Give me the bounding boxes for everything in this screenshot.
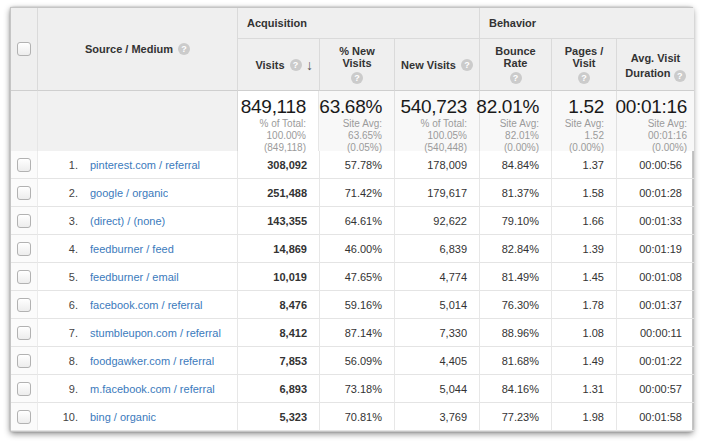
summary-avg-visit-duration-value: 00:01:16: [615, 96, 687, 118]
summary-new-visits-subtext: % of Total: 100.05% (540,448): [420, 118, 467, 154]
summary-bounce-rate: 82.01% Site Avg: 82.01% (0.00%): [479, 91, 551, 151]
row-checkbox[interactable]: [17, 326, 31, 340]
column-header-source-medium[interactable]: Source / Medium ?: [37, 8, 237, 91]
bounce-rate-value: 84.16%: [479, 375, 551, 403]
summary-bounce-rate-subtext: Site Avg: 82.01% (0.00%): [500, 118, 539, 154]
summary-select-cell: [11, 91, 37, 151]
source-medium-link[interactable]: foodgawker.com / referral: [90, 355, 214, 367]
pct-new-visits-value: 57.78%: [319, 151, 394, 179]
summary-pages-per-visit-value: 1.52: [568, 96, 604, 118]
pct-new-visits-value: 64.61%: [319, 207, 394, 235]
help-icon[interactable]: ?: [674, 70, 686, 82]
summary-bounce-rate-value: 82.01%: [476, 96, 539, 118]
visits-value: 308,092: [237, 151, 319, 179]
bounce-rate-value: 88.96%: [479, 319, 551, 347]
row-select-cell: [11, 375, 37, 403]
column-header-new-visits[interactable]: New Visits ?: [394, 38, 479, 91]
visits-value: 8,476: [237, 291, 319, 319]
row-select-cell: [11, 179, 37, 207]
row-checkbox[interactable]: [17, 382, 31, 396]
help-icon[interactable]: ?: [290, 59, 302, 71]
source-medium-cell: 5. feedburner / email: [37, 263, 237, 291]
visits-value: 14,869: [237, 235, 319, 263]
pages-per-visit-value: 1.39: [551, 235, 616, 263]
column-header-visits[interactable]: Visits ? ↓: [237, 38, 319, 91]
source-medium-label: Source / Medium: [85, 43, 173, 55]
summary-pct-new-visits-value: 63.68%: [319, 96, 382, 118]
source-medium-link[interactable]: google / organic: [90, 187, 168, 199]
avg-visit-duration-value: 00:00:56: [616, 151, 694, 179]
summary-pages-per-visit: 1.52 Site Avg: 1.52 (0.00%): [551, 91, 616, 151]
data-table-grid: Source / Medium ? Acquisition Behavior V…: [10, 7, 693, 432]
source-medium-link[interactable]: feedburner / email: [90, 271, 179, 283]
help-icon[interactable]: ?: [510, 72, 522, 84]
visits-value: 6,893: [237, 375, 319, 403]
source-medium-cell: 4. feedburner / feed: [37, 235, 237, 263]
row-checkbox[interactable]: [17, 354, 31, 368]
bounce-rate-label: Bounce Rate: [484, 45, 547, 69]
column-header-bounce-rate[interactable]: Bounce Rate ?: [479, 38, 551, 91]
bounce-rate-value: 77.23%: [479, 403, 551, 431]
row-checkbox[interactable]: [17, 158, 31, 172]
bounce-rate-value: 81.49%: [479, 263, 551, 291]
source-medium-link[interactable]: pinterest.com / referral: [90, 159, 200, 171]
summary-new-visits: 540,723 % of Total: 100.05% (540,448): [394, 91, 479, 151]
avg-visit-duration-value: 00:01:37: [616, 291, 694, 319]
column-header-pct-new-visits[interactable]: % New Visits ?: [319, 38, 394, 91]
pct-new-visits-value: 56.09%: [319, 347, 394, 375]
summary-visits-value: 849,118: [241, 96, 306, 118]
summary-visits: 849,118 % of Total: 100.00% (849,118): [237, 91, 319, 151]
summary-avg-visit-duration-subtext: Site Avg: 00:01:16 (0.00%): [648, 118, 687, 154]
group-header-acquisition: Acquisition: [237, 8, 479, 38]
source-medium-cell: 9. m.facebook.com / referral: [37, 375, 237, 403]
column-header-pages-per-visit[interactable]: Pages / Visit ?: [551, 38, 616, 91]
row-number: 5.: [56, 271, 78, 283]
source-medium-cell: 8. foodgawker.com / referral: [37, 347, 237, 375]
source-medium-link[interactable]: (direct) / (none): [90, 215, 165, 227]
row-select-cell: [11, 291, 37, 319]
avg-visit-duration-value: 00:00:11: [616, 319, 694, 347]
pct-new-visits-label: % New Visits: [324, 45, 390, 69]
new-visits-value: 3,769: [394, 403, 479, 431]
row-checkbox[interactable]: [17, 298, 31, 312]
row-checkbox[interactable]: [17, 270, 31, 284]
source-medium-link[interactable]: facebook.com / referral: [90, 299, 203, 311]
column-header-avg-visit-duration[interactable]: Avg. Visit Duration ?: [616, 38, 694, 91]
row-select-cell: [11, 207, 37, 235]
source-medium-link[interactable]: feedburner / feed: [90, 243, 174, 255]
new-visits-value: 5,014: [394, 291, 479, 319]
bounce-rate-value: 84.84%: [479, 151, 551, 179]
pct-new-visits-value: 73.18%: [319, 375, 394, 403]
help-icon[interactable]: ?: [351, 72, 363, 84]
help-icon[interactable]: ?: [178, 43, 190, 55]
avg-visit-duration-value: 00:01:08: [616, 263, 694, 291]
visits-value: 8,412: [237, 319, 319, 347]
help-icon[interactable]: ?: [461, 59, 473, 71]
summary-source-cell: [37, 91, 237, 151]
pages-per-visit-value: 1.45: [551, 263, 616, 291]
pct-new-visits-value: 71.42%: [319, 179, 394, 207]
pct-new-visits-value: 87.14%: [319, 319, 394, 347]
new-visits-label: New Visits: [401, 59, 456, 71]
row-checkbox[interactable]: [17, 214, 31, 228]
help-icon[interactable]: ?: [578, 72, 590, 84]
pct-new-visits-value: 59.16%: [319, 291, 394, 319]
source-medium-cell: 1. pinterest.com / referral: [37, 151, 237, 179]
new-visits-value: 7,330: [394, 319, 479, 347]
row-checkbox[interactable]: [17, 242, 31, 256]
source-medium-link[interactable]: m.facebook.com / referral: [90, 383, 215, 395]
group-header-behavior: Behavior: [479, 8, 694, 38]
source-medium-link[interactable]: stumbleupon.com / referral: [90, 327, 221, 339]
row-checkbox[interactable]: [17, 186, 31, 200]
select-all-checkbox[interactable]: [17, 42, 31, 56]
row-select-cell: [11, 403, 37, 431]
row-checkbox[interactable]: [17, 410, 31, 424]
new-visits-value: 4,405: [394, 347, 479, 375]
source-medium-link[interactable]: bing / organic: [90, 411, 156, 423]
acquisition-label: Acquisition: [247, 17, 307, 29]
sort-descending-icon[interactable]: ↓: [306, 57, 313, 73]
pages-per-visit-label: Pages / Visit: [556, 45, 612, 69]
select-all-cell: [11, 8, 37, 91]
analytics-report: Source / Medium ? Acquisition Behavior V…: [0, 0, 701, 443]
visits-value: 143,355: [237, 207, 319, 235]
